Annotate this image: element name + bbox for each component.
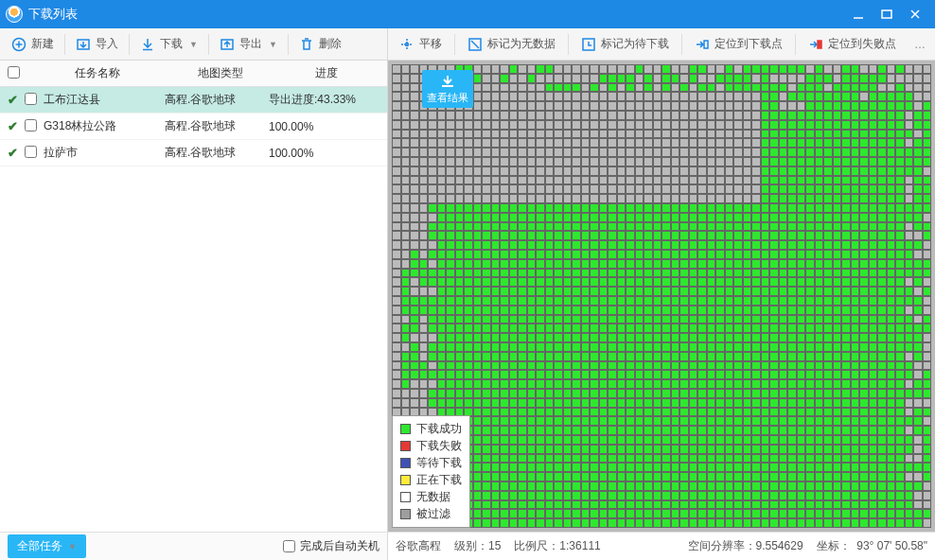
svg-rect-14 [704, 41, 708, 48]
legend-label: 无数据 [416, 489, 450, 505]
legend-swatch [400, 458, 411, 468]
新建-button[interactable]: 新建 [4, 32, 62, 56]
导入-button[interactable]: 导入 [68, 32, 126, 56]
locate-fail-button[interactable]: 定位到失败点 [801, 32, 904, 56]
legend-label: 下载失败 [416, 438, 462, 454]
table-row[interactable]: ✔ 工布江达县 高程.谷歌地球 导出进度:43.33% [0, 87, 387, 114]
chevron-down-icon: ▼ [189, 40, 198, 49]
导出-button[interactable]: 导出▼ [212, 32, 285, 56]
status-scale: 比例尺：1:36111 [514, 538, 600, 554]
table-header: 任务名称 地图类型 进度 [0, 61, 387, 87]
maximize-button[interactable] [873, 0, 901, 28]
view-result-label: 查看结果 [422, 91, 473, 105]
chevron-down-icon: ▼ [269, 40, 277, 49]
view-result-button[interactable]: 查看结果 [422, 70, 473, 108]
window-title: 下载列表 [28, 6, 78, 23]
svg-line-12 [471, 41, 479, 48]
close-button[interactable] [901, 0, 929, 28]
mark-pending-button[interactable]: 标记为待下载 [573, 32, 677, 56]
row-name: G318林拉公路 [42, 118, 165, 134]
auto-shutdown-checkbox[interactable] [283, 540, 295, 552]
row-checkbox[interactable] [25, 119, 37, 131]
svg-rect-16 [442, 85, 453, 87]
header-name: 任务名称 [26, 65, 168, 81]
locate-dl-icon [695, 37, 710, 52]
legend-swatch [400, 424, 411, 434]
下载-button[interactable]: 下载▼ [132, 32, 205, 56]
row-type: 高程.谷歌地球 [165, 92, 269, 108]
svg-rect-1 [882, 10, 891, 18]
删除-button[interactable]: 删除 [291, 32, 349, 56]
legend-label: 正在下载 [416, 472, 462, 488]
pan-icon [399, 37, 415, 52]
legend-item: 无数据 [400, 489, 462, 505]
legend-item: 下载成功 [400, 421, 462, 437]
locate-fail-icon [808, 37, 823, 52]
plus-icon [11, 37, 26, 52]
select-all-checkbox[interactable] [8, 66, 20, 79]
status-check-icon: ✔ [8, 146, 25, 160]
status-check-icon: ✔ [8, 119, 25, 133]
row-progress: 100.00% [269, 120, 379, 133]
legend: 下载成功下载失败等待下载正在下载无数据被过滤 [392, 415, 470, 528]
legend-item: 下载失败 [400, 438, 462, 454]
legend-label: 等待下载 [416, 455, 462, 471]
status-map: 谷歌高程 [396, 538, 441, 554]
all-tasks-label: 全部任务 [17, 538, 62, 554]
legend-swatch [400, 441, 411, 451]
toolbar: 新建导入下载▼导出▼删除 平移标记为无数据标记为待下载定位到下载点定位到失败点… [0, 28, 935, 61]
table-row[interactable]: ✔ 拉萨市 高程.谷歌地球 100.00% [0, 140, 387, 166]
trash-icon [299, 37, 314, 52]
legend-item: 等待下载 [400, 455, 462, 471]
auto-shutdown-label: 完成后自动关机 [300, 538, 379, 554]
status-check-icon: ✔ [8, 93, 25, 107]
status-bar: 谷歌高程 级别：15 比例尺：1:36111 空间分辨率：9.554629 坐标… [388, 532, 935, 560]
row-type: 高程.谷歌地球 [165, 145, 269, 161]
table-row[interactable]: ✔ G318林拉公路 高程.谷歌地球 100.00% [0, 114, 387, 140]
svg-point-10 [406, 43, 409, 45]
legend-item: 正在下载 [400, 472, 462, 488]
locate-dl-button[interactable]: 定位到下载点 [687, 32, 790, 56]
status-resolution: 空间分辨率：9.554629 [688, 538, 803, 554]
import-icon [76, 37, 91, 52]
row-name: 拉萨市 [42, 145, 165, 161]
app-logo-icon [6, 6, 23, 23]
legend-swatch [400, 492, 411, 502]
status-level: 级别：15 [454, 538, 501, 554]
mark-nodata-button[interactable]: 标记为无数据 [460, 32, 563, 56]
legend-item: 被过滤 [400, 506, 462, 522]
export-icon [220, 37, 235, 52]
legend-swatch [400, 509, 411, 519]
legend-label: 被过滤 [416, 506, 450, 522]
header-type: 地图类型 [168, 65, 273, 81]
minimize-button[interactable] [844, 0, 873, 28]
pan-button[interactable]: 平移 [392, 32, 450, 56]
status-coord: 坐标： 93° 07' 50.58" [817, 538, 927, 554]
row-progress: 100.00% [269, 147, 379, 160]
footer-left: 全部任务 ▼ 完成后自动关机 [0, 532, 388, 560]
row-name: 工布江达县 [42, 92, 165, 108]
header-progress: 进度 [273, 65, 379, 81]
mark-pending-icon [581, 37, 596, 52]
legend-label: 下载成功 [416, 421, 462, 437]
legend-swatch [400, 475, 411, 485]
download-icon [140, 37, 155, 52]
all-tasks-button[interactable]: 全部任务 ▼ [8, 534, 86, 558]
more-button[interactable]: … [909, 34, 931, 55]
row-checkbox[interactable] [25, 93, 37, 105]
row-progress: 导出进度:43.33% [269, 92, 379, 108]
tile-preview-pane: 查看结果 下载成功下载失败等待下载正在下载无数据被过滤 [388, 61, 935, 532]
tile-grid-area[interactable]: 查看结果 下载成功下载失败等待下载正在下载无数据被过滤 [388, 61, 935, 532]
row-checkbox[interactable] [25, 146, 37, 158]
task-list-pane: 任务名称 地图类型 进度 ✔ 工布江达县 高程.谷歌地球 导出进度:43.33%… [0, 61, 388, 532]
chevron-down-icon: ▼ [68, 542, 77, 551]
svg-rect-15 [818, 41, 821, 48]
row-type: 高程.谷歌地球 [165, 118, 269, 134]
title-bar: 下载列表 [0, 0, 935, 28]
mark-nodata-icon [468, 37, 483, 52]
